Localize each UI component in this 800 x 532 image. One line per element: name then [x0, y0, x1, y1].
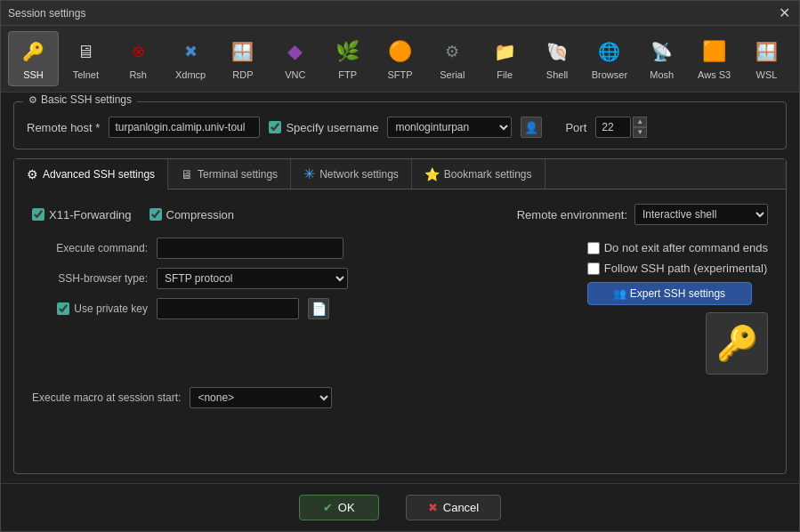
bottom-bar: ✔ OK ✖ Cancel [1, 483, 799, 531]
proto-wsl-label: WSL [756, 69, 778, 80]
tab-bookmark[interactable]: ⭐ Bookmark settings [412, 159, 545, 189]
terminal-tab-icon: 🖥 [181, 167, 193, 181]
proto-telnet[interactable]: 🖥 Telnet [61, 31, 111, 86]
expert-ssh-button[interactable]: 👥 Expert SSH settings [587, 282, 752, 305]
port-label: Port [565, 121, 586, 134]
advanced-tab-content: X11-Forwarding Compression Remote enviro… [14, 189, 786, 473]
advanced-row1: X11-Forwarding Compression Remote enviro… [32, 204, 768, 225]
serial-icon: ⚙ [438, 37, 466, 66]
cancel-button[interactable]: ✖ Cancel [406, 495, 501, 520]
no-exit-checkbox[interactable] [587, 242, 600, 254]
user-manage-button[interactable]: 👤 [521, 117, 542, 138]
cancel-icon: ✖ [428, 501, 438, 514]
username-select[interactable]: monloginturpan [387, 117, 512, 138]
proto-vnc-label: VNC [285, 69, 305, 80]
vnc-icon: ◆ [281, 37, 310, 66]
port-spinner-arrows: ▲ ▼ [633, 117, 647, 138]
proto-file[interactable]: 📁 File [480, 31, 530, 86]
proto-aws[interactable]: 🟧 Aws S3 [689, 31, 739, 86]
tab-advanced-label: Advanced SSH settings [43, 168, 155, 181]
port-input[interactable] [595, 117, 631, 138]
ok-label: OK [338, 501, 355, 514]
x11-forwarding-text: X11-Forwarding [49, 208, 132, 222]
proto-mosh-label: Mosh [650, 69, 674, 80]
advanced-tab-icon: ⚙ [27, 167, 38, 181]
proto-sftp-label: SFTP [387, 69, 412, 80]
file-icon: 📁 [490, 37, 519, 66]
proto-rdp[interactable]: 🪟 RDP [217, 31, 268, 86]
proto-ftp-label: FTP [338, 69, 357, 80]
network-tab-icon: ✳ [303, 165, 315, 182]
remote-env-select[interactable]: Interactive shell bash sh custom [634, 204, 768, 225]
advanced-settings-container: ⚙ Advanced SSH settings 🖥 Terminal setti… [13, 158, 787, 474]
basic-settings-label: Basic SSH settings [41, 93, 132, 106]
macro-label: Execute macro at session start: [32, 391, 181, 404]
close-button[interactable]: ✕ [776, 5, 792, 21]
main-content: ⚙ Basic SSH settings Remote host * Speci… [1, 93, 799, 483]
basic-settings-row: Remote host * Specify username monlogint… [27, 117, 773, 138]
basic-settings-icon: ⚙ [28, 94, 37, 106]
browser-icon: 🌐 [595, 37, 624, 66]
key-icon-box: 🔑 [706, 312, 768, 375]
proto-ssh[interactable]: 🔑 SSH [8, 31, 59, 86]
follow-ssh-label: Follow SSH path (experimental) [587, 262, 768, 275]
shell-icon: 🐚 [543, 37, 571, 66]
proto-ftp[interactable]: 🌿 FTP [322, 31, 373, 86]
proto-shell[interactable]: 🐚 Shell [532, 31, 583, 86]
tab-terminal-label: Terminal settings [198, 168, 278, 181]
advanced-right-col: Do not exit after command ends Follow SS… [587, 238, 768, 375]
follow-ssh-text: Follow SSH path (experimental) [604, 262, 768, 275]
key-icon: 🔑 [716, 324, 758, 363]
private-key-input[interactable] [157, 298, 299, 319]
wsl-icon: 🪟 [753, 37, 781, 66]
advanced-form-area: Execute command: SSH-browser type: SFTP … [32, 238, 768, 375]
remote-host-input[interactable] [109, 117, 260, 138]
port-down-arrow[interactable]: ▼ [633, 127, 647, 138]
proto-rsh[interactable]: ⊗ Rsh [113, 31, 164, 86]
proto-browser[interactable]: 🌐 Browser [585, 31, 635, 86]
ok-button[interactable]: ✔ OK [299, 495, 379, 520]
bookmark-tab-icon: ⭐ [424, 167, 440, 181]
proto-file-label: File [497, 69, 513, 80]
follow-ssh-checkbox[interactable] [587, 262, 600, 275]
tab-network[interactable]: ✳ Network settings [291, 159, 412, 189]
specify-username-checkbox-label: Specify username [269, 121, 378, 134]
x11-forwarding-checkbox[interactable] [32, 208, 44, 221]
macro-select[interactable]: <none> [190, 387, 332, 408]
proto-xdmcp-label: Xdmcp [175, 69, 206, 80]
ssh-browser-label: SSH-browser type: [32, 272, 148, 285]
sftp-icon: 🟠 [385, 37, 414, 66]
proto-serial-label: Serial [440, 69, 465, 80]
proto-rsh-label: Rsh [129, 69, 147, 80]
compression-label: Compression [149, 208, 235, 222]
proto-wsl[interactable]: 🪟 WSL [741, 31, 792, 86]
execute-command-row: Execute command: [32, 238, 573, 259]
use-private-key-text: Use private key [74, 302, 148, 315]
port-up-arrow[interactable]: ▲ [633, 117, 647, 127]
x11-forwarding-label: X11-Forwarding [32, 208, 132, 222]
tab-advanced[interactable]: ⚙ Advanced SSH settings [14, 159, 168, 189]
macro-row: Execute macro at session start: <none> [32, 387, 768, 408]
tab-terminal[interactable]: 🖥 Terminal settings [168, 159, 291, 189]
proto-sftp[interactable]: 🟠 SFTP [375, 31, 425, 86]
compression-checkbox[interactable] [149, 208, 162, 221]
ssh-browser-select[interactable]: SFTP protocol SCP None [157, 268, 348, 289]
tabs-header: ⚙ Advanced SSH settings 🖥 Terminal setti… [14, 159, 786, 189]
ftp-icon: 🌿 [334, 37, 362, 66]
tab-bookmark-label: Bookmark settings [444, 168, 532, 181]
proto-xdmcp[interactable]: ✖ Xdmcp [166, 31, 216, 86]
tab-network-label: Network settings [319, 168, 399, 181]
advanced-left-col: Execute command: SSH-browser type: SFTP … [32, 238, 573, 375]
window-title: Session settings [8, 7, 85, 20]
proto-aws-label: Aws S3 [698, 69, 731, 80]
browse-key-button[interactable]: 📄 [308, 298, 329, 319]
execute-command-input[interactable] [157, 238, 343, 259]
protocol-toolbar: 🔑 SSH 🖥 Telnet ⊗ Rsh ✖ Xdmcp 🪟 RDP ◆ VNC… [1, 26, 799, 93]
proto-vnc[interactable]: ◆ VNC [270, 31, 320, 86]
specify-username-checkbox[interactable] [269, 121, 281, 133]
title-bar: Session settings ✕ [1, 1, 799, 26]
ok-icon: ✔ [323, 501, 333, 514]
proto-serial[interactable]: ⚙ Serial [427, 31, 478, 86]
proto-mosh[interactable]: 📡 Mosh [636, 31, 687, 86]
use-private-key-checkbox[interactable] [57, 302, 69, 315]
